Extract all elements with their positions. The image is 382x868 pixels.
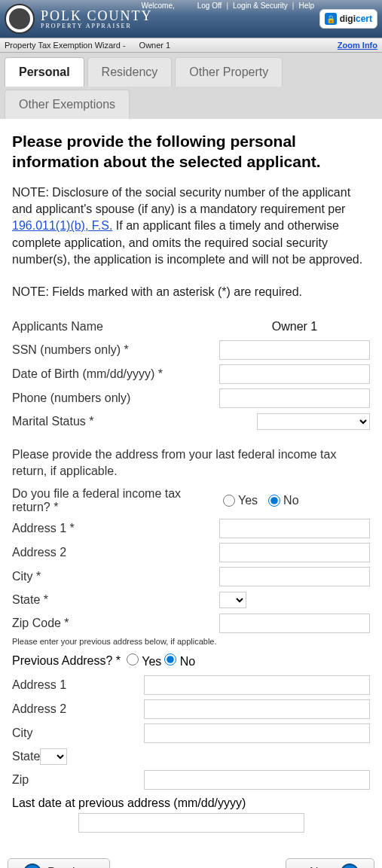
nav-bar: Previous Next [0, 848, 382, 868]
dob-input[interactable] [219, 364, 370, 384]
prev-address1-input[interactable] [144, 675, 370, 695]
city-label: City * [12, 570, 219, 583]
applicants-name-label: Applicants Name [12, 320, 219, 333]
previous-yes-radio[interactable] [127, 653, 139, 665]
previous-no-radio[interactable] [164, 653, 176, 665]
zip-input[interactable] [219, 614, 370, 633]
prev-address2-label: Address 2 [12, 702, 66, 716]
last-date-input[interactable] [78, 813, 304, 833]
federal-yes-option[interactable]: Yes [223, 494, 258, 507]
county-seal-icon [5, 4, 35, 34]
address1-input[interactable] [219, 519, 370, 538]
note-ssn-disclosure: NOTE: Disclosure of the social security … [12, 184, 370, 269]
wizard-breadcrumb-bar: Property Tax Exemption Wizard - Owner 1 … [0, 38, 382, 53]
tab-other-exemptions[interactable]: Other Exemptions [5, 90, 130, 119]
brand-main: POLK COUNTY [41, 8, 153, 24]
ssn-input[interactable] [219, 340, 370, 360]
prev-zip-input[interactable] [144, 770, 370, 790]
marital-select[interactable] [257, 413, 370, 430]
tab-other-property[interactable]: Other Property [175, 57, 283, 87]
phone-input[interactable] [219, 388, 370, 408]
prev-address2-input[interactable] [144, 699, 370, 719]
previous-address-question: Previous Address? * [12, 654, 121, 668]
applicants-name-value: Owner 1 [219, 320, 370, 333]
next-button[interactable]: Next [286, 858, 374, 868]
tab-personal[interactable]: Personal [5, 57, 84, 87]
previous-yes-option[interactable]: Yes [127, 653, 161, 669]
city-input[interactable] [219, 567, 370, 586]
dob-label: Date of Birth (mm/dd/yyyy) * [12, 367, 219, 381]
arrow-left-icon [23, 863, 41, 868]
phone-label: Phone (numbers only) [12, 391, 219, 405]
last-date-label: Last date at previous address (mm/dd/yyy… [12, 796, 370, 810]
address2-input[interactable] [219, 543, 370, 562]
help-link[interactable]: Help [298, 2, 314, 10]
federal-no-radio[interactable] [268, 495, 280, 507]
statute-link[interactable]: 196.011(1)(b), F.S. [12, 219, 112, 232]
prev-address1-label: Address 1 [12, 678, 66, 692]
prev-zip-label: Zip [12, 773, 29, 787]
arrow-right-icon [341, 863, 359, 868]
federal-no-option[interactable]: No [268, 494, 298, 507]
ssn-label: SSN (numbers only) * [12, 343, 219, 357]
prev-state-select[interactable] [40, 748, 67, 765]
lock-icon: 🔒 [325, 13, 337, 25]
wizard-title: Property Tax Exemption Wizard - [5, 41, 126, 50]
federal-return-question: Do you file a federal income tax return?… [12, 487, 215, 514]
top-banner: POLK COUNTY PROPERTY APPRAISER Welcome, … [0, 0, 382, 38]
login-security-link[interactable]: Login & Security [233, 2, 288, 10]
marital-label: Marital Status * [12, 415, 257, 428]
zip-label: Zip Code * [12, 617, 219, 630]
state-select[interactable] [219, 592, 246, 608]
brand-block: POLK COUNTY PROPERTY APPRAISER [41, 8, 153, 29]
page-heading: Please provide the following personal in… [12, 131, 370, 172]
zoom-info-link[interactable]: Zoom Info [338, 41, 377, 50]
state-label: State * [12, 593, 219, 607]
previous-button[interactable]: Previous [8, 858, 110, 868]
wizard-owner: Owner 1 [139, 41, 171, 50]
welcome-label: Welcome, [141, 2, 174, 10]
note-required-fields: NOTE: Fields marked with an asterisk (*)… [12, 284, 370, 300]
prev-city-label: City [12, 726, 33, 740]
federal-address-text: Please provide the address from your las… [12, 446, 370, 480]
top-links: Welcome, Log Off | Login & Security | He… [141, 2, 314, 10]
previous-no-option[interactable]: No [164, 653, 195, 669]
logoff-link[interactable]: Log Off [197, 2, 222, 10]
tab-residency[interactable]: Residency [87, 57, 173, 87]
previous-address-note: Please enter your previous address below… [12, 637, 370, 646]
tab-bar: Personal Residency Other Property Other … [0, 53, 382, 119]
address2-label: Address 2 [12, 546, 219, 559]
federal-yes-radio[interactable] [223, 495, 235, 507]
prev-city-input[interactable] [144, 723, 370, 743]
address1-label: Address 1 * [12, 522, 219, 535]
content-panel: Please provide the following personal in… [0, 122, 382, 848]
prev-state-label: State [12, 750, 40, 763]
digicert-badge[interactable]: 🔒 digicert [319, 9, 377, 29]
